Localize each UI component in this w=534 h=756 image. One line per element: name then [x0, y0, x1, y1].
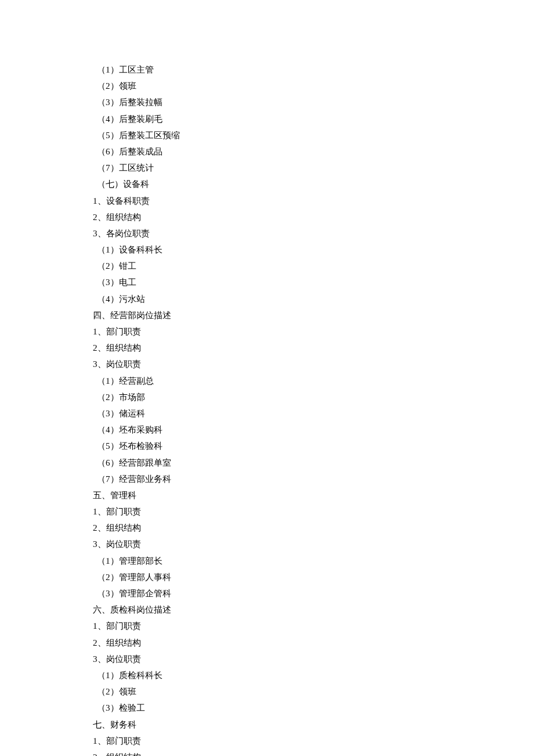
outline-line: （5）坯布检验科 [93, 438, 534, 454]
outline-line: （5）后整装工区预缩 [93, 127, 534, 143]
outline-line: （3）储运科 [93, 405, 534, 422]
outline-line: 1、部门职责 [93, 618, 534, 634]
outline-line: （1）质检科科长 [93, 667, 534, 683]
outline-line: 七、财务科 [93, 717, 534, 733]
outline-line: 3、岗位职责 [93, 536, 534, 552]
outline-line: （7）工区统计 [93, 160, 534, 176]
outline-line: 2、组织结构 [93, 520, 534, 536]
outline-line: （2）领班 [93, 78, 534, 94]
outline-line: （2）管理部人事科 [93, 569, 534, 585]
outline-line: （4）后整装刷毛 [93, 111, 534, 127]
outline-line: （1）经营副总 [93, 373, 534, 389]
outline-line: （3）后整装拉幅 [93, 94, 534, 110]
outline-line: （2）钳工 [93, 258, 534, 274]
outline-line: 六、质检科岗位描述 [93, 602, 534, 618]
outline-line: 2、组织结构 [93, 340, 534, 356]
outline-line: 1、部门职责 [93, 503, 534, 520]
outline-line: （1）管理部部长 [93, 553, 534, 569]
outline-line: （3）管理部企管科 [93, 585, 534, 602]
document-page: （1）工区主管（2）领班（3）后整装拉幅（4）后整装刷毛（5）后整装工区预缩（6… [0, 0, 534, 756]
outline-line: （2）市场部 [93, 389, 534, 405]
outline-line: 1、部门职责 [93, 323, 534, 340]
outline-line: （6）后整装成品 [93, 143, 534, 160]
outline-line: 四、经营部岗位描述 [93, 307, 534, 323]
outline-line: 3、岗位职责 [93, 651, 534, 667]
outline-line: 2、组织结构 [93, 635, 534, 651]
outline-content: （1）工区主管（2）领班（3）后整装拉幅（4）后整装刷毛（5）后整装工区预缩（6… [93, 62, 534, 756]
outline-line: 五、管理科 [93, 487, 534, 503]
outline-line: 2、组织结构 [93, 209, 534, 225]
outline-line: （3）电工 [93, 274, 534, 290]
outline-line: （2）领班 [93, 683, 534, 700]
outline-line: （7）经营部业务科 [93, 471, 534, 487]
outline-line: 2、组织结构 [93, 749, 534, 756]
outline-line: 3、各岗位职责 [93, 225, 534, 242]
outline-line: （1）设备科科长 [93, 242, 534, 258]
outline-line: （1）工区主管 [93, 62, 534, 78]
outline-line: 3、岗位职责 [93, 356, 534, 372]
outline-line: （4）污水站 [93, 291, 534, 307]
outline-line: 1、部门职责 [93, 733, 534, 749]
outline-line: （3）检验工 [93, 700, 534, 716]
outline-line: （4）坯布采购科 [93, 422, 534, 438]
outline-line: （6）经营部跟单室 [93, 455, 534, 471]
outline-line: 1、设备科职责 [93, 193, 534, 209]
outline-line: （七）设备科 [93, 176, 534, 192]
